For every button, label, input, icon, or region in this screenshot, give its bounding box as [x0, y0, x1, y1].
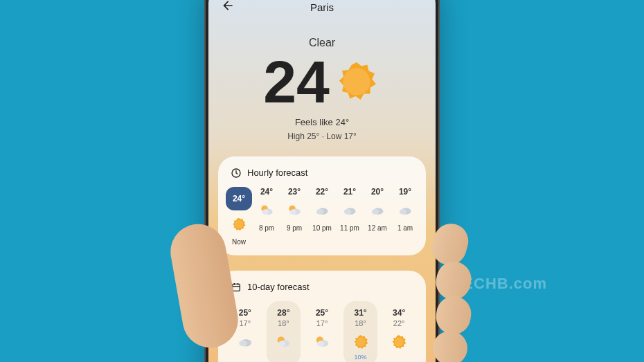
hour-temp: 24° — [226, 187, 252, 210]
daily-title: 10-day forecast — [247, 282, 310, 292]
day-high: 34° — [393, 308, 405, 318]
condition-label: Clear — [208, 37, 436, 49]
hourly-title: Hourly forecast — [247, 168, 307, 178]
clock-icon — [231, 168, 242, 179]
cloud-icon — [236, 333, 254, 351]
hour-item[interactable]: 24°8 pm — [254, 187, 279, 246]
hour-item[interactable]: 20°12 am — [365, 187, 390, 246]
day-low: 17° — [239, 319, 251, 327]
partly-icon — [313, 333, 331, 351]
svg-point-8 — [289, 209, 296, 214]
day-high: 31° — [355, 308, 367, 318]
svg-point-2 — [235, 219, 243, 228]
hour-temp: 20° — [371, 187, 384, 197]
svg-point-25 — [278, 341, 285, 346]
svg-point-29 — [356, 337, 366, 347]
hour-item[interactable]: 21°11 pm — [337, 187, 362, 246]
sun-icon — [332, 57, 381, 106]
hour-label: 8 pm — [259, 224, 274, 232]
hour-label: 12 am — [368, 224, 387, 232]
location-title: Paris — [310, 1, 334, 13]
hour-item[interactable]: 23°9 pm — [282, 187, 307, 246]
day-item[interactable]: 31°18°10% — [343, 301, 378, 363]
main-temperature: 24 — [263, 52, 330, 111]
svg-point-16 — [400, 209, 407, 215]
hour-temp: 21° — [343, 187, 356, 197]
back-button[interactable] — [221, 0, 235, 16]
day-low: 18° — [278, 319, 289, 327]
hour-item[interactable]: 22°10 pm — [310, 187, 334, 246]
cloud-icon — [397, 202, 413, 219]
svg-point-28 — [317, 341, 324, 346]
hour-temp: 23° — [288, 187, 301, 197]
svg-point-14 — [372, 209, 379, 215]
arrow-left-icon — [221, 0, 235, 12]
day-high: 25° — [239, 308, 251, 318]
cloud-icon — [369, 202, 386, 219]
header: Paris — [208, 0, 436, 24]
hour-label: 11 pm — [340, 224, 359, 232]
partly-icon — [286, 202, 303, 219]
svg-point-12 — [344, 209, 352, 215]
day-high: 28° — [277, 308, 289, 318]
hourly-row: 24°Now24°8 pm23°9 pm22°10 pm21°11 pm20°1… — [224, 187, 420, 246]
svg-point-0 — [343, 68, 370, 95]
partly-icon — [274, 333, 292, 351]
svg-point-5 — [262, 209, 269, 214]
day-item[interactable]: 28°18° — [267, 301, 301, 363]
cloud-icon — [341, 202, 358, 219]
hour-label: 10 pm — [312, 224, 332, 232]
hourly-header: Hourly forecast — [224, 168, 420, 187]
svg-point-10 — [316, 209, 324, 215]
hour-temp: 24° — [260, 187, 273, 197]
day-item[interactable]: 25°17° — [305, 301, 339, 363]
hour-label: 1 am — [397, 224, 413, 232]
hour-label: 9 pm — [287, 224, 302, 232]
cloud-icon — [314, 202, 330, 219]
daily-row: 25°17°28°18°25°17°31°18°10%34°22° — [224, 301, 420, 363]
high-low: High 25° · Low 17° — [208, 132, 436, 141]
hour-temp: 19° — [399, 187, 411, 197]
day-high: 25° — [316, 308, 328, 318]
svg-point-22 — [239, 340, 247, 345]
hourly-forecast-card[interactable]: Hourly forecast 24°Now24°8 pm23°9 pm22°1… — [218, 156, 426, 255]
feels-like: Feels like 24° — [208, 117, 436, 127]
svg-point-30 — [394, 337, 404, 347]
day-item[interactable]: 34°22° — [382, 301, 416, 363]
hour-item[interactable]: 19°1 am — [393, 187, 418, 246]
svg-rect-17 — [233, 284, 240, 291]
day-low: 17° — [316, 319, 328, 327]
sun-icon — [390, 333, 408, 351]
sun-icon — [352, 333, 370, 351]
daily-forecast-card[interactable]: 10-day forecast 25°17°28°18°25°17°31°18°… — [218, 271, 426, 363]
sun-icon — [231, 216, 247, 233]
phone-frame: Paris Clear 24 Feels like 24° High 25° ·… — [204, 0, 440, 362]
screen: Paris Clear 24 Feels like 24° High 25° ·… — [208, 0, 436, 362]
daily-header: 10-day forecast — [224, 282, 420, 301]
hour-temp: 22° — [316, 187, 328, 197]
hour-item[interactable]: 24°Now — [226, 187, 251, 246]
day-low: 18° — [355, 319, 366, 327]
day-precip: 10% — [355, 354, 367, 361]
main-temperature-row: 24 — [208, 52, 436, 111]
partly-icon — [258, 202, 275, 219]
day-low: 22° — [393, 319, 405, 327]
hour-label: Now — [232, 238, 246, 246]
